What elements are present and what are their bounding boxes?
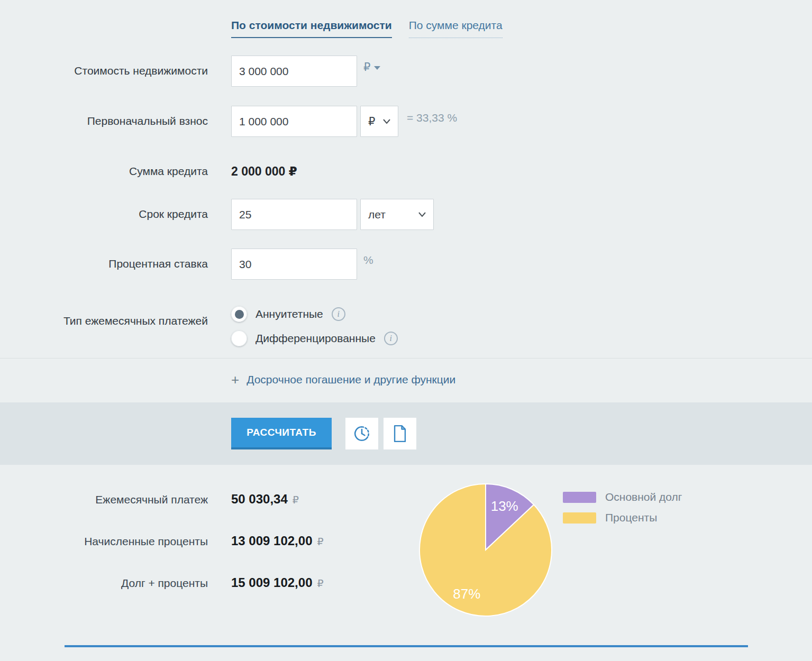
loan-term-input[interactable] xyxy=(231,199,357,230)
mortgage-calculator: По стоимости недвижимости По сумме креди… xyxy=(0,0,812,647)
calculate-button[interactable]: РАССЧИТАТЬ xyxy=(231,418,332,449)
monthly-payment-label: Ежемесячный платеж xyxy=(0,493,208,506)
legend-label-interest: Проценты xyxy=(605,511,657,524)
total-debt-value: 15 009 102,00₽ xyxy=(231,575,324,590)
ruble-symbol: ₽ xyxy=(293,494,299,506)
radio-circle xyxy=(231,306,247,322)
loan-term-label: Срок кредита xyxy=(0,207,208,221)
ruble-symbol: ₽ xyxy=(363,61,370,74)
loan-term-unit-value: лет xyxy=(368,208,386,221)
pie-chart: 13%87% xyxy=(418,482,553,618)
chevron-down-icon xyxy=(418,212,426,217)
legend-item-interest: Проценты xyxy=(563,511,682,524)
accrued-interest-value: 13 009 102,00₽ xyxy=(231,534,324,548)
info-icon[interactable]: i xyxy=(384,332,398,345)
interest-rate-input[interactable] xyxy=(231,249,357,280)
loan-amount-label: Сумма кредита xyxy=(0,164,208,178)
interest-rate-row: Процентная ставка % xyxy=(0,249,812,280)
property-value-input[interactable] xyxy=(231,56,357,87)
loan-amount-row: Сумма кредита 2 000 000 ₽ xyxy=(0,164,812,179)
save-report-button[interactable] xyxy=(384,418,416,449)
property-value-label: Стоимость недвижимости xyxy=(0,64,208,78)
results-section: Ежемесячный платеж 50 030,34₽ Начисленны… xyxy=(0,465,812,647)
property-value-row: Стоимость недвижимости ₽ xyxy=(0,56,812,87)
tab-by-loan-amount[interactable]: По сумме кредита xyxy=(409,19,503,38)
tabs: По стоимости недвижимости По сумме креди… xyxy=(0,0,812,38)
loan-amount-value: 2 000 000 ₽ xyxy=(231,164,297,179)
legend-swatch xyxy=(563,512,596,524)
bottom-strip xyxy=(65,645,748,647)
ruble-symbol: ₽ xyxy=(368,115,375,128)
info-icon[interactable]: i xyxy=(332,307,345,321)
chart-legend: Основной долг Проценты xyxy=(563,491,682,524)
plus-icon: + xyxy=(231,373,239,387)
total-debt-label: Долг + проценты xyxy=(0,577,208,590)
loan-term-unit-select[interactable]: лет xyxy=(360,199,434,230)
radio-annuity-label: Аннуитетные xyxy=(256,308,323,320)
ruble-symbol: ₽ xyxy=(317,536,323,547)
payment-type-label: Тип ежемесячных платежей xyxy=(0,314,208,328)
legend-swatch xyxy=(563,492,596,503)
radio-annuity[interactable]: Аннуитетные i xyxy=(231,306,398,322)
clock-icon xyxy=(353,425,371,443)
early-repayment-link[interactable]: Досрочное погашение и другие функции xyxy=(247,373,455,386)
down-payment-row: Первоначальный взнос ₽ = 33,33 % xyxy=(0,106,812,137)
action-band: РАССЧИТАТЬ xyxy=(0,402,812,465)
pie-slice-label: 87% xyxy=(453,586,480,602)
extras-row: + Досрочное погашение и другие функции xyxy=(0,359,812,402)
caret-down-icon xyxy=(374,66,380,70)
radio-circle xyxy=(231,331,247,346)
legend-label-principal: Основной долг xyxy=(605,491,682,503)
down-payment-percent-note: = 33,33 % xyxy=(407,112,457,124)
radio-differentiated[interactable]: Дифференцированные i xyxy=(231,331,398,346)
pie-slice-label: 13% xyxy=(491,498,518,514)
accrued-interest-row: Начисленные проценты 13 009 102,00₽ xyxy=(0,534,812,548)
accrued-interest-label: Начисленные проценты xyxy=(0,535,208,548)
total-debt-row: Долг + проценты 15 009 102,00₽ xyxy=(0,575,812,590)
history-button[interactable] xyxy=(345,418,378,449)
down-payment-currency-select[interactable]: ₽ xyxy=(360,106,398,137)
percent-suffix: % xyxy=(363,254,373,267)
radio-differentiated-label: Дифференцированные xyxy=(256,332,376,345)
document-icon xyxy=(392,425,408,443)
interest-rate-label: Процентная ставка xyxy=(0,257,208,271)
legend-item-principal: Основной долг xyxy=(563,491,682,503)
loan-term-row: Срок кредита лет xyxy=(0,199,812,230)
currency-dropdown-toggle[interactable]: ₽ xyxy=(363,61,380,74)
down-payment-input[interactable] xyxy=(231,106,357,137)
monthly-payment-value: 50 030,34₽ xyxy=(231,492,299,507)
ruble-symbol: ₽ xyxy=(317,578,323,589)
pie-chart-container: 13%87% xyxy=(418,482,553,618)
tab-by-property-value[interactable]: По стоимости недвижимости xyxy=(231,19,392,38)
down-payment-label: Первоначальный взнос xyxy=(0,114,208,128)
monthly-payment-row: Ежемесячный платеж 50 030,34₽ xyxy=(0,492,812,507)
chevron-down-icon xyxy=(383,119,390,124)
payment-type-row: Тип ежемесячных платежей Аннуитетные i Д… xyxy=(0,306,812,346)
